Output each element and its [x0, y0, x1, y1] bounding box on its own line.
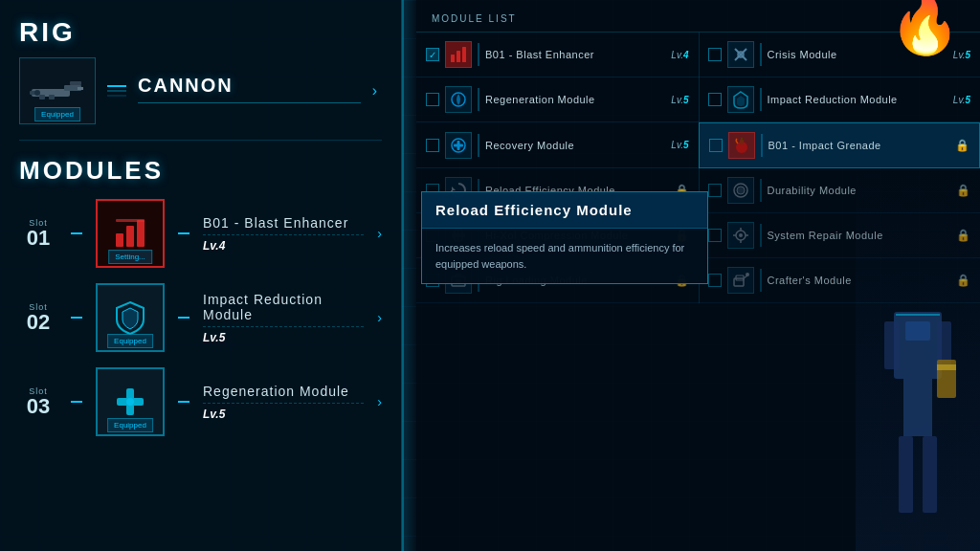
popup-body: Increases reload speed and ammunition ef…	[422, 229, 707, 283]
slot-item-03: Slot 03 Equipped Regeneration Module	[19, 367, 382, 436]
slot-connector-01	[71, 232, 82, 234]
module-checkbox-crafter[interactable]	[708, 274, 722, 287]
cannon-row: Equipped CANNON ›	[19, 57, 382, 124]
svg-point-35	[739, 233, 743, 237]
module-checkbox-sysrep[interactable]	[708, 229, 722, 242]
module-divider-impact	[760, 88, 762, 111]
module-checkbox-blast[interactable]	[426, 48, 439, 61]
recovery-icon-svg	[449, 136, 468, 155]
module-row-crafter[interactable]: Crafter's Module 🔒	[699, 258, 981, 303]
module-icon-grenade	[728, 132, 755, 159]
cannon-name: CANNON	[138, 75, 361, 103]
module-divider-1	[478, 43, 479, 66]
module-divider-crafter	[760, 269, 762, 292]
module-icon-durability	[727, 177, 754, 204]
durability-icon-svg	[731, 181, 750, 200]
slot-03-status: Equipped	[107, 418, 153, 432]
impact-icon-svg	[731, 90, 750, 109]
slot-num-01: 01	[27, 228, 50, 249]
module-checkbox-grenade[interactable]	[709, 139, 723, 152]
slot-icon-01[interactable]: Setting...	[96, 199, 165, 268]
slot-label-01: Slot 01	[19, 218, 57, 249]
regen-icon-svg	[449, 90, 468, 109]
cross-icon	[111, 383, 149, 421]
popup-title: Reload Efficiency Module	[435, 202, 694, 218]
grenade-icon-svg	[732, 136, 751, 155]
module-level-recovery: Lv.5	[671, 140, 688, 150]
svg-marker-28	[452, 187, 456, 190]
module-name-sysrep: System Repair Module	[768, 230, 951, 241]
slot-level-02: Lv.5	[203, 331, 364, 344]
crisis-icon-svg	[731, 45, 750, 64]
module-name-blast: B01 - Blast Enhancer	[485, 49, 665, 60]
module-name-recovery: Recovery Module	[485, 140, 665, 151]
svg-rect-15	[451, 55, 455, 62]
module-row-regeneration[interactable]: Regeneration Module Lv.5	[416, 77, 699, 122]
slot-info-02: Impact Reduction Module Lv.5	[203, 292, 364, 344]
module-divider-regen	[478, 88, 479, 111]
module-name-crafter: Crafter's Module	[768, 275, 951, 286]
modules-title: MODULES	[19, 156, 382, 186]
svg-rect-24	[454, 143, 463, 146]
svg-rect-27	[741, 138, 743, 141]
slot-level-01: Lv.4	[203, 239, 364, 253]
cannon-arrow-icon: ›	[372, 82, 382, 99]
module-row-crisis[interactable]: Crisis Module Lv.5	[699, 33, 981, 77]
slot-icon-03[interactable]: Equipped	[96, 367, 165, 436]
blast-enhancer-icon	[111, 214, 149, 253]
slot-item-02: Slot 02 Equipped Impact Reduction Module	[19, 283, 382, 352]
slot-connector-r-01	[178, 232, 189, 234]
module-icon-recovery	[445, 132, 472, 159]
module-checkbox-impact[interactable]	[708, 93, 722, 106]
svg-rect-6	[78, 87, 83, 90]
module-row-recovery[interactable]: Recovery Module Lv.5	[416, 122, 699, 168]
module-row-durability[interactable]: Durability Module 🔒	[699, 168, 981, 213]
slot-02-arrow-icon: ›	[377, 310, 382, 325]
slot-icon-02[interactable]: Equipped	[96, 283, 165, 352]
module-list-header: MODULE LIST	[416, 0, 980, 33]
module-divider-grenade	[761, 134, 763, 157]
module-row-blast-enhancer[interactable]: B01 - Blast Enhancer Lv.4	[416, 33, 699, 77]
module-row-impact[interactable]: Impact Reduction Module Lv.5	[699, 77, 981, 122]
cannon-icon-box: Equipped	[19, 57, 96, 124]
popup-description: Increases reload speed and ammunition ef…	[435, 240, 694, 272]
sysrep-icon-svg	[731, 226, 750, 245]
left-panel-accent	[402, 0, 416, 551]
modules-section: MODULES Slot 01 Setting...	[0, 146, 401, 436]
slot-num-03: 03	[27, 396, 50, 417]
slot-info-03: Regeneration Module Lv.5	[203, 384, 364, 421]
svg-rect-2	[70, 81, 81, 85]
slot-module-name-01: B01 - Blast Enhancer	[203, 215, 364, 235]
slot-02-status: Equipped	[107, 334, 153, 348]
module-icon-crisis	[727, 41, 754, 68]
module-name-grenade: B01 - Impact Grenade	[768, 140, 950, 151]
left-panel: RIG Equipped	[0, 0, 402, 551]
popup-header: Reload Efficiency Module	[422, 192, 707, 229]
module-checkbox-crisis[interactable]	[708, 48, 722, 61]
module-icon-sysrep	[727, 222, 754, 249]
sysrep-lock-icon: 🔒	[956, 229, 970, 242]
module-checkbox-recovery[interactable]	[426, 139, 439, 152]
divider-line	[19, 140, 382, 141]
module-checkbox-durability[interactable]	[708, 184, 722, 197]
module-divider-sysrep	[760, 224, 762, 247]
module-row-grenade[interactable]: B01 - Impact Grenade 🔒	[699, 122, 981, 168]
module-name-durability: Durability Module	[768, 185, 951, 196]
shield-icon	[111, 298, 149, 337]
cannon-info: CANNON	[138, 75, 361, 107]
module-divider-recovery	[478, 134, 479, 157]
slot-module-name-02: Impact Reduction Module	[203, 292, 364, 327]
connector-group	[107, 85, 126, 97]
slot-connector-r-03	[178, 401, 189, 403]
cannon-gun-icon	[30, 76, 85, 106]
module-level-regen: Lv.5	[671, 95, 688, 105]
svg-rect-5	[49, 95, 55, 99]
slot-connector-03	[71, 401, 82, 403]
slot-level-03: Lv.5	[203, 408, 364, 421]
module-checkbox-regen[interactable]	[426, 93, 439, 106]
svg-point-45	[746, 273, 749, 276]
module-level-blast: Lv.4	[671, 50, 688, 60]
grenade-lock-icon: 🔒	[955, 139, 969, 152]
module-row-sysrep[interactable]: System Repair Module 🔒	[699, 213, 981, 258]
svg-point-7	[34, 90, 40, 96]
